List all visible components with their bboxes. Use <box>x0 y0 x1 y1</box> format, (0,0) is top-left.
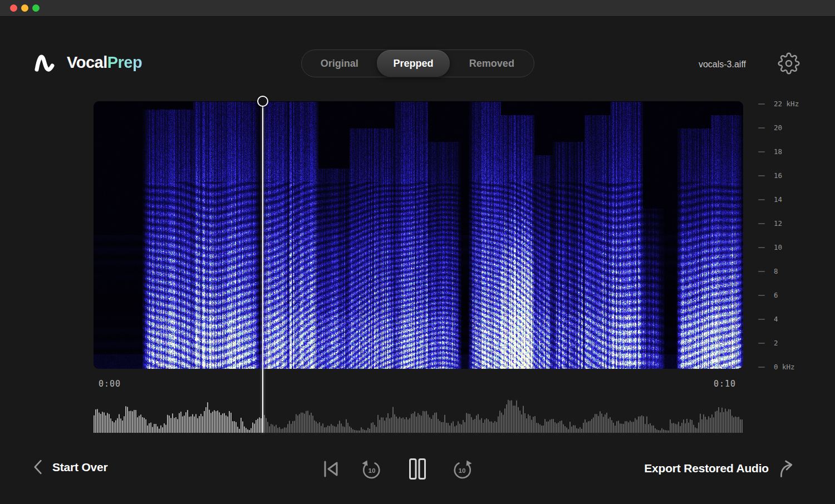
settings-button[interactable] <box>778 52 800 75</box>
freq-tick: 16 <box>758 171 782 180</box>
rewind-10-label: 10 <box>369 467 376 474</box>
freq-tick: 22 kHz <box>758 100 799 108</box>
start-over-label: Start Over <box>52 461 108 474</box>
rewind-10-button[interactable]: 10 <box>359 457 385 481</box>
freq-tick-label: 6 <box>774 291 778 299</box>
freq-tick-mark <box>758 103 765 105</box>
freq-tick: 18 <box>758 147 782 156</box>
freq-tick-mark <box>758 295 765 296</box>
forward-10-button[interactable]: 10 <box>449 457 475 481</box>
pause-button[interactable] <box>408 457 427 481</box>
app-logo: VocalPrep <box>35 53 142 72</box>
freq-tick-label: 2 <box>774 339 778 347</box>
freq-tick: 2 <box>758 339 778 347</box>
freq-tick-mark <box>758 343 765 344</box>
freq-tick-label: 20 <box>774 123 782 132</box>
tab-original[interactable]: Original <box>302 50 377 77</box>
gear-icon <box>778 52 800 75</box>
freq-tick: 12 <box>758 219 782 228</box>
freq-tick-label: 16 <box>774 171 782 180</box>
playhead-line[interactable] <box>262 101 264 433</box>
app-title-primary: Vocal <box>67 53 107 71</box>
freq-tick-mark <box>758 319 765 320</box>
tab-prepped[interactable]: Prepped <box>377 50 449 77</box>
app-window: VocalPrep OriginalPreppedRemoved vocals-… <box>0 0 835 504</box>
spectrogram-panel <box>94 101 743 369</box>
freq-tick: 0 kHz <box>758 363 795 371</box>
freq-tick-label: 18 <box>774 147 782 156</box>
minimize-window-button[interactable] <box>21 4 28 12</box>
tab-removed[interactable]: Removed <box>450 50 534 77</box>
skip-to-start-icon <box>322 459 340 479</box>
freq-tick-label: 22 kHz <box>774 100 799 108</box>
freq-tick-mark <box>758 367 765 368</box>
waveform-canvas[interactable] <box>94 395 743 433</box>
freq-tick: 10 <box>758 243 782 251</box>
spectrogram-canvas[interactable] <box>94 101 743 369</box>
export-label: Export Restored Audio <box>644 462 769 475</box>
start-over-button[interactable]: Start Over <box>32 458 108 476</box>
freq-tick-mark <box>758 199 765 200</box>
rewind-10-icon: 10 <box>359 457 385 481</box>
freq-tick-label: 0 kHz <box>774 363 795 371</box>
freq-tick-label: 10 <box>774 243 782 251</box>
freq-tick-label: 8 <box>774 267 778 275</box>
freq-tick-label: 14 <box>774 195 782 204</box>
titlebar[interactable] <box>0 0 835 17</box>
freq-tick-label: 12 <box>774 219 782 228</box>
wave-logo-icon <box>35 54 60 72</box>
freq-tick-label: 4 <box>774 315 778 323</box>
freq-tick: 20 <box>758 123 782 132</box>
filename-label: vocals-3.aiff <box>699 60 746 70</box>
time-end-label: 0:10 <box>714 379 736 389</box>
view-segmented-control: OriginalPreppedRemoved <box>301 50 534 77</box>
app-title-accent: Prep <box>107 53 142 71</box>
app-title: VocalPrep <box>67 53 142 72</box>
forward-10-icon: 10 <box>449 457 475 481</box>
freq-tick-mark <box>758 247 765 248</box>
time-start-label: 0:00 <box>99 379 121 389</box>
freq-tick: 4 <box>758 315 778 323</box>
skip-to-start-button[interactable] <box>322 459 340 479</box>
freq-tick: 6 <box>758 291 778 299</box>
freq-tick-mark <box>758 151 765 152</box>
freq-tick-mark <box>758 127 765 129</box>
forward-10-label: 10 <box>459 467 466 474</box>
freq-tick-mark <box>758 271 765 272</box>
freq-tick-mark <box>758 175 765 176</box>
freq-tick-mark <box>758 223 765 224</box>
freq-tick: 14 <box>758 195 782 204</box>
export-button[interactable]: Export Restored Audio <box>644 458 800 478</box>
zoom-window-button[interactable] <box>32 4 40 12</box>
playhead-handle[interactable] <box>257 96 268 107</box>
close-window-button[interactable] <box>10 4 17 12</box>
chevron-left-icon <box>32 458 44 476</box>
pause-icon <box>408 457 427 481</box>
freq-tick: 8 <box>758 267 778 275</box>
share-arrow-icon <box>777 457 801 480</box>
